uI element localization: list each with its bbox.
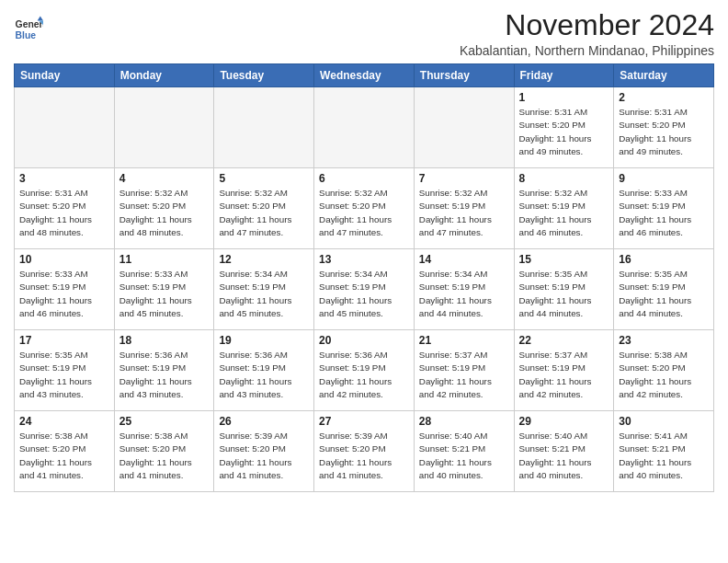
calendar-cell: 2Sunrise: 5:31 AMSunset: 5:20 PMDaylight… bbox=[614, 87, 714, 168]
calendar-cell: 1Sunrise: 5:31 AMSunset: 5:20 PMDaylight… bbox=[514, 87, 614, 168]
svg-text:General: General bbox=[16, 19, 43, 29]
day-info: Sunrise: 5:32 AMSunset: 5:19 PMDaylight:… bbox=[419, 187, 509, 239]
day-number: 10 bbox=[19, 253, 109, 266]
day-info: Sunrise: 5:36 AMSunset: 5:19 PMDaylight:… bbox=[219, 349, 309, 401]
day-number: 13 bbox=[319, 253, 409, 266]
calendar-cell: 10Sunrise: 5:33 AMSunset: 5:19 PMDayligh… bbox=[15, 249, 115, 330]
calendar-cell: 3Sunrise: 5:31 AMSunset: 5:20 PMDaylight… bbox=[15, 168, 115, 249]
day-info: Sunrise: 5:31 AMSunset: 5:20 PMDaylight:… bbox=[519, 106, 609, 158]
day-info: Sunrise: 5:39 AMSunset: 5:20 PMDaylight:… bbox=[219, 430, 309, 482]
calendar-cell: 6Sunrise: 5:32 AMSunset: 5:20 PMDaylight… bbox=[314, 168, 415, 249]
day-info: Sunrise: 5:37 AMSunset: 5:19 PMDaylight:… bbox=[519, 349, 609, 401]
day-info: Sunrise: 5:38 AMSunset: 5:20 PMDaylight:… bbox=[19, 430, 109, 482]
day-info: Sunrise: 5:33 AMSunset: 5:19 PMDaylight:… bbox=[19, 268, 109, 320]
day-info: Sunrise: 5:35 AMSunset: 5:19 PMDaylight:… bbox=[19, 349, 109, 401]
calendar-cell: 13Sunrise: 5:34 AMSunset: 5:19 PMDayligh… bbox=[314, 249, 415, 330]
week-row-4: 17Sunrise: 5:35 AMSunset: 5:19 PMDayligh… bbox=[15, 330, 714, 411]
day-info: Sunrise: 5:34 AMSunset: 5:19 PMDaylight:… bbox=[219, 268, 309, 320]
calendar-cell: 12Sunrise: 5:34 AMSunset: 5:19 PMDayligh… bbox=[214, 249, 314, 330]
calendar-cell: 25Sunrise: 5:38 AMSunset: 5:20 PMDayligh… bbox=[114, 411, 214, 492]
day-number: 9 bbox=[619, 172, 709, 185]
day-number: 29 bbox=[519, 415, 609, 428]
day-info: Sunrise: 5:31 AMSunset: 5:20 PMDaylight:… bbox=[19, 187, 109, 239]
svg-marker-2 bbox=[38, 17, 43, 21]
day-info: Sunrise: 5:38 AMSunset: 5:20 PMDaylight:… bbox=[619, 349, 709, 401]
day-info: Sunrise: 5:40 AMSunset: 5:21 PMDaylight:… bbox=[419, 430, 509, 482]
weekday-thursday: Thursday bbox=[414, 64, 514, 87]
day-number: 26 bbox=[219, 415, 309, 428]
day-number: 18 bbox=[119, 334, 210, 347]
logo-icon: General Blue bbox=[14, 15, 43, 44]
day-info: Sunrise: 5:33 AMSunset: 5:19 PMDaylight:… bbox=[119, 268, 210, 320]
calendar-cell: 24Sunrise: 5:38 AMSunset: 5:20 PMDayligh… bbox=[15, 411, 115, 492]
day-number: 24 bbox=[19, 415, 109, 428]
day-number: 5 bbox=[219, 172, 309, 185]
day-number: 23 bbox=[619, 334, 709, 347]
calendar-cell: 9Sunrise: 5:33 AMSunset: 5:19 PMDaylight… bbox=[614, 168, 714, 249]
day-number: 27 bbox=[319, 415, 409, 428]
day-info: Sunrise: 5:35 AMSunset: 5:19 PMDaylight:… bbox=[519, 268, 609, 320]
day-number: 25 bbox=[119, 415, 210, 428]
calendar-cell: 5Sunrise: 5:32 AMSunset: 5:20 PMDaylight… bbox=[214, 168, 314, 249]
day-number: 20 bbox=[319, 334, 409, 347]
calendar-cell bbox=[414, 87, 514, 168]
day-number: 22 bbox=[519, 334, 609, 347]
weekday-wednesday: Wednesday bbox=[314, 64, 415, 87]
title-block: November 2024 Kabalantian, Northern Mind… bbox=[460, 9, 714, 58]
calendar-cell bbox=[114, 87, 214, 168]
calendar-cell: 29Sunrise: 5:40 AMSunset: 5:21 PMDayligh… bbox=[514, 411, 614, 492]
calendar-cell bbox=[15, 87, 115, 168]
svg-text:Blue: Blue bbox=[16, 30, 37, 40]
day-number: 17 bbox=[19, 334, 109, 347]
day-info: Sunrise: 5:41 AMSunset: 5:21 PMDaylight:… bbox=[619, 430, 709, 482]
day-info: Sunrise: 5:33 AMSunset: 5:19 PMDaylight:… bbox=[619, 187, 709, 239]
day-info: Sunrise: 5:35 AMSunset: 5:19 PMDaylight:… bbox=[619, 268, 709, 320]
day-number: 8 bbox=[519, 172, 609, 185]
weekday-header-row: SundayMondayTuesdayWednesdayThursdayFrid… bbox=[15, 64, 714, 87]
logo: General Blue bbox=[14, 15, 43, 44]
week-row-3: 10Sunrise: 5:33 AMSunset: 5:19 PMDayligh… bbox=[15, 249, 714, 330]
calendar: SundayMondayTuesdayWednesdayThursdayFrid… bbox=[14, 63, 714, 492]
calendar-cell: 8Sunrise: 5:32 AMSunset: 5:19 PMDaylight… bbox=[514, 168, 614, 249]
day-info: Sunrise: 5:32 AMSunset: 5:19 PMDaylight:… bbox=[519, 187, 609, 239]
calendar-cell: 28Sunrise: 5:40 AMSunset: 5:21 PMDayligh… bbox=[414, 411, 514, 492]
calendar-cell: 4Sunrise: 5:32 AMSunset: 5:20 PMDaylight… bbox=[114, 168, 214, 249]
day-number: 21 bbox=[419, 334, 509, 347]
weekday-friday: Friday bbox=[514, 64, 614, 87]
day-info: Sunrise: 5:38 AMSunset: 5:20 PMDaylight:… bbox=[119, 430, 210, 482]
day-number: 1 bbox=[519, 91, 609, 104]
day-info: Sunrise: 5:32 AMSunset: 5:20 PMDaylight:… bbox=[219, 187, 309, 239]
day-number: 3 bbox=[19, 172, 109, 185]
calendar-cell bbox=[314, 87, 415, 168]
day-info: Sunrise: 5:40 AMSunset: 5:21 PMDaylight:… bbox=[519, 430, 609, 482]
day-number: 28 bbox=[419, 415, 509, 428]
day-info: Sunrise: 5:36 AMSunset: 5:19 PMDaylight:… bbox=[319, 349, 409, 401]
day-info: Sunrise: 5:34 AMSunset: 5:19 PMDaylight:… bbox=[419, 268, 509, 320]
calendar-cell: 17Sunrise: 5:35 AMSunset: 5:19 PMDayligh… bbox=[15, 330, 115, 411]
day-number: 15 bbox=[519, 253, 609, 266]
location: Kabalantian, Northern Mindanao, Philippi… bbox=[460, 43, 714, 58]
day-number: 12 bbox=[219, 253, 309, 266]
day-number: 2 bbox=[619, 91, 709, 104]
page-header: General Blue November 2024 Kabalantian, … bbox=[14, 9, 714, 58]
day-info: Sunrise: 5:32 AMSunset: 5:20 PMDaylight:… bbox=[119, 187, 210, 239]
calendar-cell: 7Sunrise: 5:32 AMSunset: 5:19 PMDaylight… bbox=[414, 168, 514, 249]
calendar-cell: 21Sunrise: 5:37 AMSunset: 5:19 PMDayligh… bbox=[414, 330, 514, 411]
calendar-cell: 20Sunrise: 5:36 AMSunset: 5:19 PMDayligh… bbox=[314, 330, 415, 411]
calendar-cell: 11Sunrise: 5:33 AMSunset: 5:19 PMDayligh… bbox=[114, 249, 214, 330]
calendar-cell: 15Sunrise: 5:35 AMSunset: 5:19 PMDayligh… bbox=[514, 249, 614, 330]
weekday-monday: Monday bbox=[114, 64, 214, 87]
day-number: 6 bbox=[319, 172, 409, 185]
day-number: 4 bbox=[119, 172, 210, 185]
day-number: 14 bbox=[419, 253, 509, 266]
calendar-cell: 14Sunrise: 5:34 AMSunset: 5:19 PMDayligh… bbox=[414, 249, 514, 330]
week-row-5: 24Sunrise: 5:38 AMSunset: 5:20 PMDayligh… bbox=[15, 411, 714, 492]
day-info: Sunrise: 5:34 AMSunset: 5:19 PMDaylight:… bbox=[319, 268, 409, 320]
calendar-cell: 23Sunrise: 5:38 AMSunset: 5:20 PMDayligh… bbox=[614, 330, 714, 411]
weekday-sunday: Sunday bbox=[15, 64, 115, 87]
calendar-cell bbox=[214, 87, 314, 168]
calendar-cell: 30Sunrise: 5:41 AMSunset: 5:21 PMDayligh… bbox=[614, 411, 714, 492]
calendar-cell: 18Sunrise: 5:36 AMSunset: 5:19 PMDayligh… bbox=[114, 330, 214, 411]
day-number: 30 bbox=[619, 415, 709, 428]
calendar-cell: 26Sunrise: 5:39 AMSunset: 5:20 PMDayligh… bbox=[214, 411, 314, 492]
